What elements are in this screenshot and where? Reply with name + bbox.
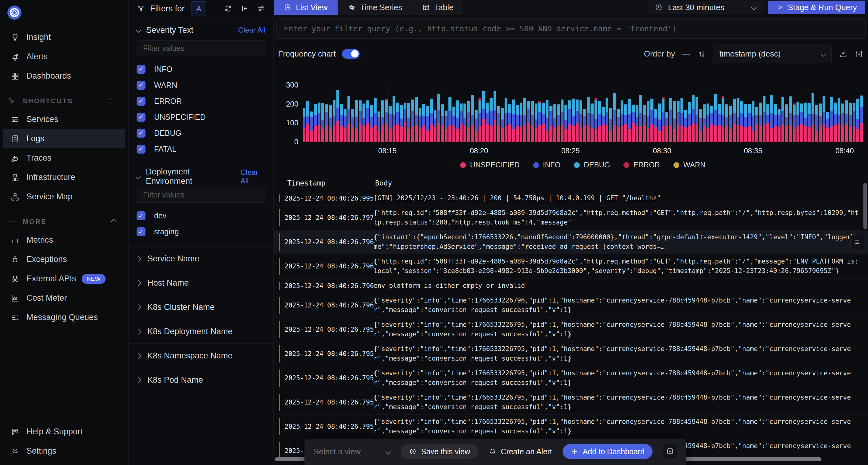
log-row[interactable]: 2025-12-24 08:40:26.797{"http.req.id":"5… [274, 206, 868, 230]
checkbox-checked[interactable]: ✓ [136, 145, 146, 153]
sidebar-item-cost-meter[interactable]: Cost Meter [3, 288, 125, 308]
body-column-header: Body [375, 179, 392, 187]
checkbox-checked[interactable]: ✓ [136, 227, 146, 236]
checkbox-checked[interactable]: ✓ [136, 113, 146, 122]
filter-option-error[interactable]: ✓ERROR [136, 93, 266, 109]
log-row[interactable]: 2025-12-24 08:40:26.796{"severity":"info… [274, 293, 868, 318]
sidebar-item-external-apis[interactable]: External APIsNEW [3, 269, 125, 288]
row-context-menu-button[interactable]: ≡ [850, 235, 864, 249]
chevron-down-icon[interactable] [136, 27, 141, 33]
checkbox-checked[interactable]: ✓ [136, 81, 146, 90]
binoculars-icon [10, 274, 20, 284]
deployment-section-title[interactable]: Deployment Environment [146, 167, 230, 186]
cubes-icon [10, 173, 20, 182]
log-row[interactable]: 2025-12-24 08:40:26.795{"severity":"info… [274, 342, 868, 366]
filter-section-k8s-pod-name[interactable]: K8s Pod Name [129, 368, 274, 392]
tablegrid-icon [422, 3, 430, 11]
log-row[interactable]: 2025-12-24 08:40:26.796env platform is e… [274, 279, 868, 293]
sidebar-item-services[interactable]: Services [3, 110, 125, 129]
log-row[interactable]: 2025-12-24 08:40:26.796{"http.req.id":"5… [274, 254, 868, 279]
filter-section-k8s-namespace-name[interactable]: K8s Namespace Name [129, 344, 274, 368]
filter-option-staging[interactable]: ✓staging [136, 224, 266, 239]
severity-filter-input[interactable] [136, 40, 266, 56]
chart-bar [692, 95, 694, 142]
column-settings-icon[interactable] [855, 49, 864, 58]
checkbox-checked[interactable]: ✓ [136, 211, 146, 220]
sidebar-item-logs[interactable]: Logs [3, 129, 125, 148]
sidebar-item-insight[interactable]: Insight [3, 28, 125, 47]
severity-section-title[interactable]: Severity Text [146, 26, 193, 35]
filter-option-info[interactable]: ✓INFO [136, 61, 266, 77]
chart-bar [434, 110, 436, 142]
order-by-dropdown[interactable]: timestamp (desc) [713, 45, 832, 63]
sort-numeric-icon[interactable]: 10 [697, 49, 706, 58]
sidebar-item-messaging-queues[interactable]: Messaging Queues [3, 308, 125, 327]
log-row[interactable]: 2025-12-24 08:40:26.795{"severity":"info… [274, 366, 868, 390]
app-logo-icon[interactable] [7, 5, 22, 20]
filter-option-debug[interactable]: ✓DEBUG [136, 125, 266, 141]
filter-query-input[interactable] [276, 19, 866, 39]
sidebar-item-service-map[interactable]: Service Map [3, 187, 125, 206]
filter-option-fatal[interactable]: ✓FATAL [136, 141, 266, 157]
chevron-down-icon[interactable] [136, 174, 141, 179]
log-row[interactable]: 2025-12-24 08:40:26.795{"severity":"info… [274, 415, 868, 439]
collapse-panel-icon[interactable] [240, 4, 249, 13]
create-alert-button[interactable]: Create an Alert [489, 444, 552, 459]
sidebar-item-traces[interactable]: Traces [3, 148, 125, 168]
tab-time-series[interactable]: Time Series [338, 0, 412, 15]
save-view-button[interactable]: Save this view [401, 444, 478, 459]
filter-section-service-name[interactable]: Service Name [129, 246, 274, 271]
download-icon[interactable] [839, 49, 848, 58]
frequency-chart-toggle[interactable] [342, 49, 360, 59]
filter-settings-icon[interactable] [257, 4, 266, 13]
tab-table[interactable]: Table [412, 0, 463, 15]
legend-item-unspecified[interactable]: UNSPECIFIED [460, 161, 519, 169]
sidebar-item-dashboards[interactable]: Dashboards [3, 66, 125, 86]
time-range-dropdown[interactable]: Last 30 minutes [648, 1, 763, 14]
legend-item-error[interactable]: ERROR [623, 161, 660, 169]
chart-bar [740, 101, 743, 142]
tab-list-view[interactable]: List View [274, 0, 338, 15]
chart-bar [542, 103, 545, 142]
legend-item-debug[interactable]: DEBUG [574, 161, 610, 169]
filter-section-host-name[interactable]: Host Name [129, 271, 274, 295]
deployment-clear-all-link[interactable]: Clear All [241, 168, 266, 185]
filter-option-dev[interactable]: ✓dev [136, 208, 266, 224]
stage-run-query-button[interactable]: Stage & Run Query [768, 1, 865, 14]
checkbox-checked[interactable]: ✓ [136, 129, 146, 138]
chart-bar [841, 104, 844, 142]
gear-icon [10, 446, 20, 456]
filter-option-unspecified[interactable]: ✓UNSPECIFIED [136, 109, 266, 125]
funnel-icon [136, 4, 145, 13]
log-row[interactable]: 2025-12-24 08:40:26.795{"severity":"info… [274, 390, 868, 415]
filter-option-warn[interactable]: ✓WARN [136, 77, 266, 93]
expand-panel-button[interactable] [663, 444, 677, 458]
sidebar-item-infrastructure[interactable]: Infrastructure [3, 168, 125, 187]
query-letter-chip[interactable]: A [191, 1, 206, 16]
legend-item-warn[interactable]: WARN [673, 161, 705, 169]
log-row[interactable]: 2025-12-24 08:40:26.995[GIN] 2025/12/23 … [274, 191, 868, 206]
sidebar-item-settings[interactable]: Settings [3, 441, 125, 461]
add-to-dashboard-button[interactable]: Add to Dashboard [563, 444, 653, 459]
collapse-section-icon[interactable] [112, 217, 120, 226]
refresh-icon[interactable] [224, 4, 232, 13]
checkbox-checked[interactable]: ✓ [136, 97, 146, 106]
sidebar-item-metrics[interactable]: Metrics [3, 230, 125, 250]
filter-section-k8s-deployment-name[interactable]: K8s Deployment Name [129, 319, 274, 344]
deployment-filter-input[interactable] [136, 187, 266, 203]
severity-clear-all-link[interactable]: Clear All [238, 26, 266, 34]
sidebar-item-exceptions[interactable]: Exceptions [3, 250, 125, 269]
chart-bar [404, 103, 406, 142]
shortcut-list-icon[interactable] [105, 97, 114, 105]
select-view-dropdown[interactable]: Select a view [314, 444, 391, 459]
filter-section-k8s-cluster-name[interactable]: K8s Cluster Name [129, 295, 274, 319]
log-row[interactable]: 2025-12-24 08:40:26.796{"instant":{"epoc… [274, 230, 868, 254]
vertical-scrollbar[interactable] [863, 183, 867, 229]
chart-bar [808, 103, 810, 142]
legend-item-info[interactable]: INFO [533, 161, 560, 169]
sidebar-item-help-support[interactable]: Help & Support [3, 422, 125, 441]
sidebar-item-label: Cost Meter [26, 293, 67, 303]
sidebar-item-alerts[interactable]: Alerts [3, 47, 125, 66]
checkbox-checked[interactable]: ✓ [136, 65, 146, 74]
log-row[interactable]: 2025-12-24 08:40:26.795{"severity":"info… [274, 318, 868, 342]
